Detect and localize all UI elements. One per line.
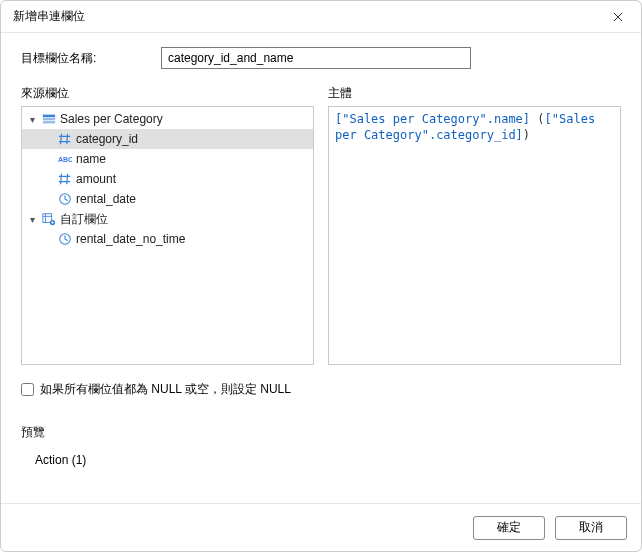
close-button[interactable] (595, 1, 641, 32)
tree-item-label: amount (76, 172, 116, 186)
dialog-content: 目標欄位名稱: 來源欄位 ▾ Sales per Category (1, 33, 641, 503)
tree-item-category-id[interactable]: category_id (22, 129, 313, 149)
tree-item-label: name (76, 152, 106, 166)
svg-rect-1 (43, 118, 55, 120)
clock-icon (57, 191, 73, 207)
close-icon (613, 12, 623, 22)
body-panel: 主體 ["Sales per Category".name] (["Sales … (328, 85, 621, 365)
source-tree-box: ▾ Sales per Category category_id (21, 106, 314, 365)
custom-fields-icon (41, 211, 57, 227)
tree-item-label: category_id (76, 132, 138, 146)
source-panel: 來源欄位 ▾ Sales per Category (21, 85, 314, 365)
tree-item-rental-date[interactable]: rental_date (22, 189, 313, 209)
table-icon (41, 111, 57, 127)
cancel-button[interactable]: 取消 (555, 516, 627, 540)
tree-item-rental-date-no-time[interactable]: rental_date_no_time (22, 229, 313, 249)
null-option-row: 如果所有欄位值都為 NULL 或空，則設定 NULL (21, 381, 621, 398)
tree-group-sales[interactable]: ▾ Sales per Category (22, 109, 313, 129)
preview-value: Action (1) (21, 453, 621, 467)
target-row: 目標欄位名稱: (21, 47, 621, 69)
window-title: 新增串連欄位 (13, 8, 85, 25)
tree-item-amount[interactable]: amount (22, 169, 313, 189)
svg-text:ABC: ABC (58, 156, 72, 163)
preview-section: 預覽 Action (1) (21, 424, 621, 467)
target-label: 目標欄位名稱: (21, 50, 151, 67)
source-tree: ▾ Sales per Category category_id (22, 107, 313, 251)
clock-icon (57, 231, 73, 247)
ok-button[interactable]: 確定 (473, 516, 545, 540)
tree-item-label: rental_date_no_time (76, 232, 185, 246)
body-expression: ["Sales per Category".name] (["Sales per… (329, 107, 620, 147)
tree-group-label: 自訂欄位 (60, 211, 108, 228)
chevron-down-icon: ▾ (26, 213, 38, 225)
null-checkbox-label[interactable]: 如果所有欄位值都為 NULL 或空，則設定 NULL (40, 381, 291, 398)
dialog-footer: 確定 取消 (1, 503, 641, 551)
null-checkbox[interactable] (21, 383, 34, 396)
preview-label: 預覽 (21, 424, 621, 441)
tree-item-label: rental_date (76, 192, 136, 206)
middle-panels: 來源欄位 ▾ Sales per Category (21, 85, 621, 365)
hash-icon (57, 131, 73, 147)
chevron-down-icon: ▾ (26, 113, 38, 125)
svg-rect-2 (43, 121, 55, 123)
body-editor[interactable]: ["Sales per Category".name] (["Sales per… (328, 106, 621, 365)
abc-icon: ABC (57, 151, 73, 167)
svg-rect-0 (43, 115, 55, 118)
title-bar: 新增串連欄位 (1, 1, 641, 33)
target-name-input[interactable] (161, 47, 471, 69)
body-label: 主體 (328, 85, 621, 102)
hash-icon (57, 171, 73, 187)
tree-group-label: Sales per Category (60, 112, 163, 126)
tree-group-custom[interactable]: ▾ 自訂欄位 (22, 209, 313, 229)
tree-item-name[interactable]: ABC name (22, 149, 313, 169)
source-label: 來源欄位 (21, 85, 314, 102)
